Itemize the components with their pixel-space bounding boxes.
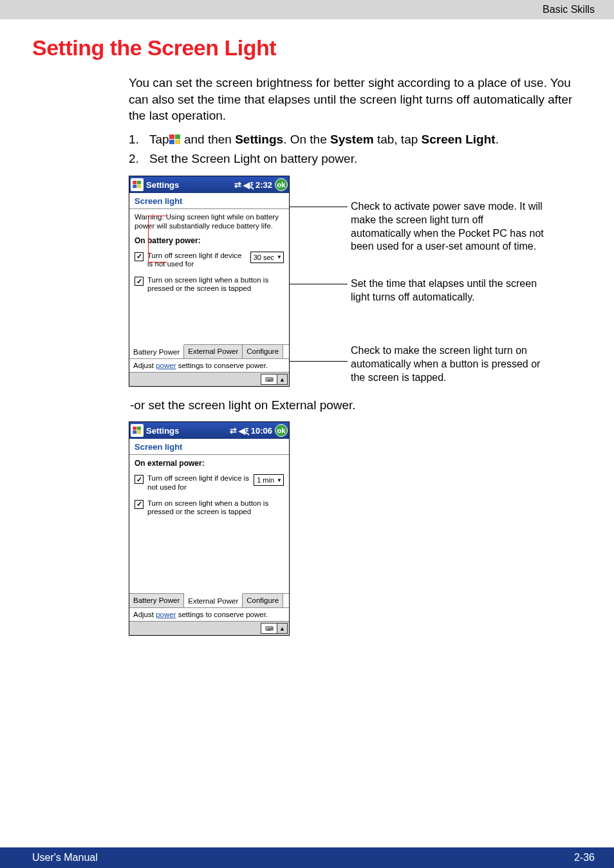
status-icons: ⇄ ◀ξ 10:06: [230, 426, 272, 436]
checkbox-turnoff[interactable]: ✓: [135, 252, 144, 261]
svg-rect-10: [133, 430, 136, 434]
adjust-link-row: Adjust power settings to conserve power.: [129, 358, 289, 372]
svg-rect-5: [137, 181, 141, 184]
svg-rect-11: [137, 430, 141, 434]
chevron-down-icon: ▼: [277, 254, 282, 260]
callout-line: [148, 216, 149, 262]
checkbox-turnoff-label: Turn off screen light if device is not u…: [147, 252, 247, 268]
keyboard-icon[interactable]: ⌨: [261, 623, 277, 634]
tab-configure[interactable]: Configure: [243, 345, 283, 358]
tab-bar: Battery Power External Power Configure: [129, 593, 289, 607]
intro-text: You can set the screen brightness for be…: [129, 75, 582, 124]
section-label: On battery power:: [135, 236, 284, 245]
step-2-text: Set the Screen Light on battery power.: [149, 150, 357, 168]
panel-title: Screen light: [129, 439, 289, 455]
annotation-1: Check to activate power save mode. It wi…: [351, 200, 544, 254]
svg-rect-4: [133, 181, 136, 184]
callout-line: [290, 207, 348, 207]
checkbox-turnoff[interactable]: ✓: [135, 475, 144, 484]
footer-left: User's Manual: [32, 852, 98, 863]
chevron-down-icon: ▼: [277, 477, 282, 483]
window-title: Settings: [146, 426, 230, 436]
sip-bar: ⌨ ▲: [129, 372, 289, 386]
svg-rect-3: [175, 140, 180, 144]
svg-rect-9: [137, 427, 141, 430]
power-link[interactable]: power: [156, 362, 176, 369]
clock-time: 10:06: [251, 426, 272, 436]
header-bar: Basic Skills: [0, 0, 614, 19]
svg-rect-1: [175, 134, 180, 139]
callout-line: [290, 361, 348, 362]
device-screenshot-external: Settings ⇄ ◀ξ 10:06 ok Screen light On e…: [129, 421, 290, 636]
status-icons: ⇄ ◀ξ 2:32: [234, 180, 272, 190]
callout-line: [148, 262, 167, 263]
connectivity-icon: ⇄: [230, 426, 237, 436]
start-flag-icon[interactable]: [131, 424, 144, 437]
svg-rect-0: [169, 134, 174, 139]
callout-line: [290, 284, 348, 284]
footer-right: 2-36: [574, 852, 595, 863]
tab-battery-power[interactable]: Battery Power: [129, 594, 184, 607]
footer: User's Manual 2-36: [0, 847, 614, 868]
keyboard-icon[interactable]: ⌨: [261, 374, 277, 385]
section-label: On external power:: [135, 459, 284, 468]
power-link[interactable]: power: [156, 611, 176, 618]
sip-up-icon[interactable]: ▲: [277, 623, 288, 634]
sip-up-icon[interactable]: ▲: [277, 374, 288, 385]
between-text: -or set the screen light on External pow…: [130, 398, 582, 412]
annotation-2: Set the time that elapses until the scre…: [351, 277, 544, 304]
step-number: 1.: [129, 131, 143, 149]
svg-rect-6: [133, 185, 136, 188]
checkbox-turnon[interactable]: ✓: [135, 277, 144, 286]
svg-rect-8: [133, 427, 136, 430]
tab-battery-power[interactable]: Battery Power: [129, 344, 184, 358]
clock-time: 2:32: [256, 180, 272, 190]
window-title: Settings: [146, 180, 234, 190]
checkbox-turnon[interactable]: ✓: [135, 500, 144, 509]
panel-title: Screen light: [129, 193, 289, 209]
checkbox-turnon-label: Turn on screen light when a button is pr…: [147, 276, 284, 293]
sip-bar: ⌨ ▲: [129, 621, 289, 635]
steps-list: 1. Tap and then Settings. On the System …: [129, 131, 582, 168]
tab-external-power[interactable]: External Power: [184, 593, 243, 607]
page-title: Setting the Screen Light: [32, 35, 582, 60]
titlebar: Settings ⇄ ◀ξ 10:06 ok: [129, 422, 289, 439]
step-number: 2.: [129, 150, 143, 168]
tab-configure[interactable]: Configure: [243, 594, 283, 607]
annotation-3: Check to make the screen light turn on a…: [351, 344, 544, 384]
speaker-icon: ◀ξ: [239, 426, 249, 436]
step-1-text: Tap and then Settings. On the System tab…: [149, 131, 499, 149]
connectivity-icon: ⇄: [234, 180, 241, 190]
ok-button[interactable]: ok: [275, 178, 288, 191]
ok-button[interactable]: ok: [275, 424, 288, 437]
tab-bar: Battery Power External Power Configure: [129, 344, 289, 358]
device-screenshot-battery: Settings ⇄ ◀ξ 2:32 ok Screen light Warni…: [129, 176, 290, 387]
adjust-link-row: Adjust power settings to conserve power.: [129, 607, 289, 621]
tab-external-power[interactable]: External Power: [184, 345, 243, 358]
callout-line: [148, 216, 167, 216]
windows-flag-icon: [169, 134, 181, 145]
titlebar: Settings ⇄ ◀ξ 2:32 ok: [129, 176, 289, 193]
breadcrumb: Basic Skills: [543, 4, 595, 15]
svg-rect-7: [137, 185, 141, 188]
checkbox-turnoff-label: Turn off screen light if device is not u…: [147, 474, 250, 491]
timeout-dropdown[interactable]: 1 min ▼: [254, 474, 284, 486]
checkbox-turnon-label: Turn on screen light when a button is pr…: [147, 499, 284, 516]
timeout-dropdown[interactable]: 30 sec ▼: [250, 252, 284, 263]
speaker-icon: ◀ξ: [243, 180, 254, 190]
start-flag-icon[interactable]: [131, 178, 144, 191]
svg-rect-2: [169, 140, 174, 144]
